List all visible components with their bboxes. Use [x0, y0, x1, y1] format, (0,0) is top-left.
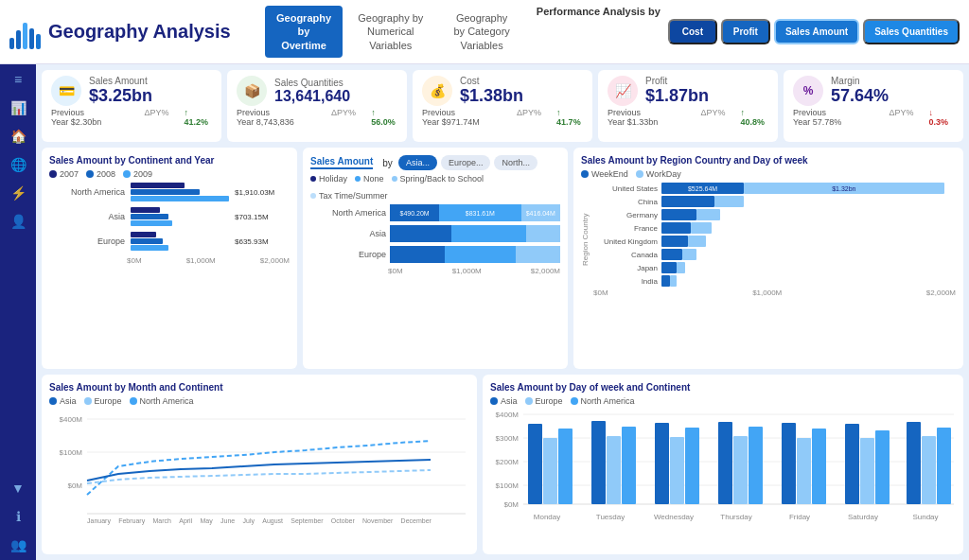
chart4-legend: Asia Europe North America	[49, 396, 469, 406]
sidebar-globe-icon[interactable]: 🌐	[10, 157, 26, 172]
stacked-label-europe: Europe	[310, 250, 386, 259]
region-bar-china-weekday	[714, 196, 744, 207]
kpi-profit-prev: Previous Year $1.33bn	[608, 108, 685, 127]
sales-amount-icon: 💳	[51, 76, 81, 106]
tab-europe[interactable]: Europe...	[441, 155, 491, 170]
region-label-germany: Germany	[593, 211, 658, 219]
svg-text:Saturday: Saturday	[848, 513, 878, 521]
leg-holiday: Holiday	[319, 174, 347, 184]
leg5-asia: Asia	[501, 396, 518, 406]
svg-rect-29	[845, 424, 859, 504]
sales-qty-button[interactable]: Sales Quantities	[863, 19, 960, 44]
sales-amount-button[interactable]: Sales Amount	[774, 19, 859, 44]
profit-button[interactable]: Profit	[721, 19, 770, 44]
line-chart-svg: $400M $100M $0M	[49, 410, 466, 523]
svg-rect-19	[622, 427, 636, 504]
region-bar-france-weekday	[691, 222, 712, 234]
margin-icon: %	[793, 76, 823, 106]
bar-mon-na	[558, 429, 573, 504]
tab-overtime[interactable]: Geography by Overtime	[265, 6, 343, 58]
svg-rect-31	[875, 430, 890, 504]
svg-rect-34	[937, 428, 951, 504]
chart2-bars: North America $490.20M $831.61M $416.04M…	[310, 204, 560, 263]
region-label-india: India	[593, 277, 658, 286]
tab-numerical[interactable]: Geography by Numerical Variables	[346, 6, 434, 58]
chart-region-country: Sales Amount by Region Country and Day o…	[573, 148, 963, 369]
tab-north[interactable]: North...	[494, 155, 537, 170]
legend-2007: 2007	[60, 169, 79, 179]
main-layout: ≡ 📊 🏠 🌐 ⚡ 👤 ▼ ℹ 👥 💳 Sales Amount $3.25bn	[0, 64, 969, 560]
bar-label-europe: Europe	[49, 236, 125, 246]
region-row-uk: United Kingdom	[593, 236, 956, 247]
region-bar-uk-weekend	[661, 236, 688, 247]
profit-icon: 📈	[608, 76, 638, 106]
chart3-title: Sales Amount by Region Country and Day o…	[581, 155, 956, 166]
sidebar-people-icon[interactable]: 👤	[10, 214, 26, 229]
region-bar-india-weekend	[661, 275, 670, 287]
svg-rect-20	[655, 423, 669, 504]
chart2-title-link[interactable]: Sales Amount	[310, 156, 373, 169]
kpi-qty-delta-label: ΔPY%	[331, 108, 356, 127]
svg-text:$0M: $0M	[503, 500, 519, 509]
kpi-cost-prev: Previous Year $971.74M	[422, 108, 502, 127]
bar-mon-europe	[543, 438, 557, 504]
svg-text:Sunday: Sunday	[912, 513, 938, 521]
kpi-profit-label: Profit	[645, 76, 709, 86]
logo-area: Geography Analysis	[9, 15, 265, 49]
stacked-track-na: $490.20M $831.61M $416.04M	[390, 204, 560, 221]
kpi-sales-value: $3.25bn	[89, 86, 152, 106]
chart2-xaxis: $0M$1,000M$2,000M	[310, 267, 560, 275]
chart2-legend: Holiday None Spring/Back to School Tax T…	[310, 174, 560, 201]
nav-tabs: Geography by Overtime Geography by Numer…	[265, 6, 668, 58]
kpi-sales-prev: Previous Year $2.30bn	[51, 108, 129, 127]
leg4-europe: Europe	[95, 396, 122, 406]
region-label-france: France	[593, 224, 658, 233]
tab-asia[interactable]: Asia...	[398, 155, 437, 170]
tab-category[interactable]: Geography by Category Variables	[438, 6, 524, 58]
region-track-uk	[661, 236, 956, 247]
kpi-sales-qty: 📦 Sales Quantities 13,641,640 Previous Y…	[227, 70, 407, 142]
region-track-us: $525.64M $1.32bn	[661, 183, 956, 194]
kpi-cost: 💰 Cost $1.38bn Previous Year $971.74M ΔP…	[413, 70, 592, 142]
region-bar-germany-weekend	[661, 209, 696, 220]
region-label-china: China	[593, 198, 658, 206]
svg-rect-17	[591, 421, 606, 504]
chart-sales-by: Sales Amount by Asia... Europe... North.…	[303, 148, 568, 369]
sidebar-chart-icon[interactable]: 📊	[10, 100, 26, 115]
stacked-track-asia	[390, 225, 560, 242]
sidebar-info-icon[interactable]: ℹ	[16, 509, 21, 524]
svg-text:$200M: $200M	[496, 458, 520, 466]
svg-rect-27	[797, 438, 811, 504]
svg-text:$0M: $0M	[67, 481, 82, 490]
region-bar-uk-weekday	[688, 236, 706, 247]
kpi-profit-delta-label: ΔPY%	[700, 108, 725, 127]
region-track-japan	[661, 262, 956, 273]
region-row-china: China	[593, 196, 956, 207]
svg-rect-22	[685, 428, 699, 504]
kpi-profit: 📈 Profit $1.87bn Previous Year $1.33bn Δ…	[598, 70, 778, 142]
region-bar-us-weekend: $525.64M	[661, 183, 744, 194]
chart3-bars: United States $525.64M $1.32bn China	[593, 183, 956, 297]
svg-rect-24	[733, 436, 748, 504]
cost-button[interactable]: Cost	[668, 19, 717, 44]
sidebar-users-icon[interactable]: 👥	[10, 537, 26, 552]
sidebar-filter-icon[interactable]: ▼	[11, 481, 25, 496]
kpi-qty-value: 13,641,640	[274, 88, 350, 105]
chart-day-continent: Sales Amount by Day of week and Continen…	[483, 375, 963, 554]
kpi-margin-label: Margin	[831, 76, 889, 86]
legend-2008: 2008	[97, 169, 115, 179]
svg-text:Tuesday: Tuesday	[596, 513, 625, 521]
sidebar-home-icon[interactable]: 🏠	[10, 129, 26, 144]
chart5-legend: Asia Europe North America	[490, 396, 956, 406]
bar-asia: Asia $703.15M	[49, 207, 290, 226]
chart2-header: Sales Amount by Asia... Europe... North.…	[310, 155, 560, 170]
stacked-label-na: North America	[310, 208, 386, 218]
stacked-na: North America $490.20M $831.61M $416.04M	[310, 204, 560, 221]
region-track-canada	[661, 249, 956, 260]
sidebar-network-icon[interactable]: ⚡	[10, 185, 26, 201]
kpi-margin: % Margin 57.64% Previous Year 57.78% ΔPY…	[784, 70, 963, 142]
kpi-profit-delta: ↑ 40.8%	[740, 108, 768, 127]
kpi-row: 💳 Sales Amount $3.25bn Previous Year $2.…	[42, 70, 963, 142]
sidebar-menu-icon[interactable]: ≡	[14, 72, 22, 87]
region-bar-japan-weekend	[661, 262, 677, 273]
